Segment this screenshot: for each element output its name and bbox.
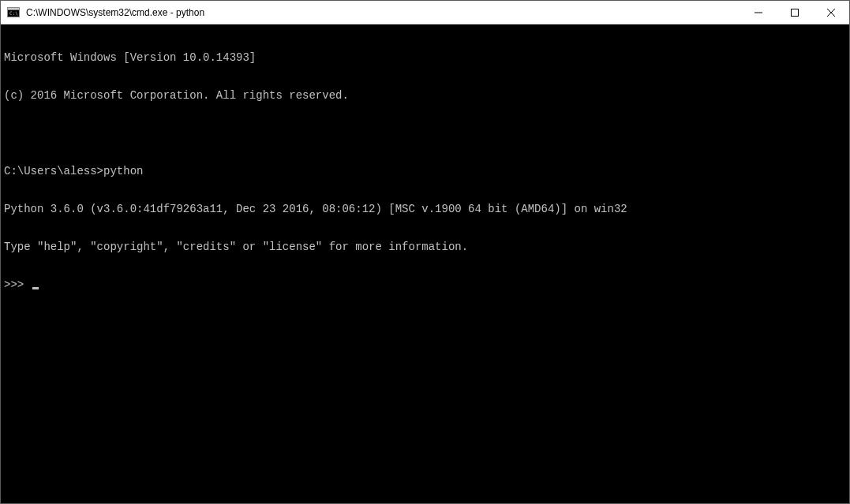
cmd-window: C:\ C:\WINDOWS\system32\cmd.exe - python	[0, 0, 850, 504]
terminal-line: C:\Users\aless>python	[4, 165, 846, 177]
minimize-icon	[755, 9, 762, 17]
svg-rect-4	[792, 9, 799, 17]
window-title: C:\WINDOWS\system32\cmd.exe - python	[24, 1, 740, 24]
minimize-button[interactable]	[740, 1, 777, 24]
prompt-command: python	[103, 165, 143, 177]
maximize-icon	[791, 9, 799, 17]
close-icon	[827, 9, 835, 17]
terminal-line: Microsoft Windows [Version 10.0.14393]	[4, 51, 846, 64]
terminal-area[interactable]: Microsoft Windows [Version 10.0.14393] (…	[1, 24, 849, 503]
text-cursor	[32, 287, 39, 289]
maximize-button[interactable]	[777, 1, 813, 24]
svg-text:C:\: C:\	[9, 10, 18, 16]
prompt-path: C:\Users\aless>	[4, 165, 103, 177]
close-button[interactable]	[813, 1, 849, 24]
cmd-icon: C:\	[7, 6, 20, 19]
terminal-line: >>>	[4, 278, 846, 291]
terminal-line	[4, 127, 846, 140]
python-repl-prompt: >>>	[4, 278, 31, 291]
terminal-line: Type "help", "copyright", "credits" or "…	[4, 241, 846, 253]
window-controls	[740, 1, 849, 24]
titlebar[interactable]: C:\ C:\WINDOWS\system32\cmd.exe - python	[1, 1, 849, 24]
terminal-line: Python 3.6.0 (v3.6.0:41df79263a11, Dec 2…	[4, 203, 846, 215]
terminal-line: (c) 2016 Microsoft Corporation. All righ…	[4, 89, 846, 102]
